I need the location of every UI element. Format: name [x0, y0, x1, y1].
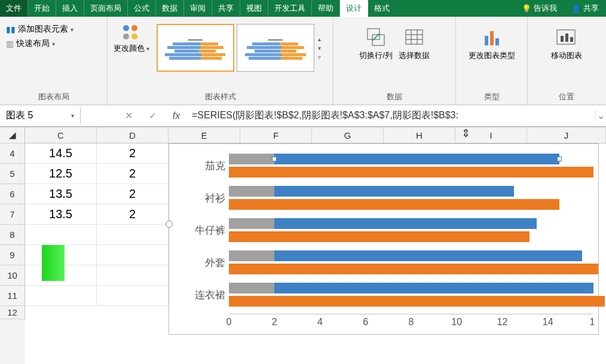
group-location-label: 位置 [528, 90, 605, 105]
x-tick: 1 [590, 317, 595, 328]
tab-design[interactable]: 设计 [340, 0, 368, 17]
tab-help[interactable]: 帮助 [312, 0, 340, 17]
bar-gray[interactable] [229, 250, 274, 261]
fx-button[interactable]: fx [164, 111, 188, 121]
svg-rect-2 [406, 30, 423, 44]
cell[interactable]: 2 [97, 143, 169, 164]
chevron-down-icon: ▾ [145, 45, 149, 52]
select-data-button[interactable]: 选择数据 [399, 22, 430, 61]
cell[interactable] [97, 286, 169, 306]
quick-layout-button[interactable]: ▥ 快速布局 ▾ [6, 38, 74, 49]
style-scroll-down[interactable]: ▾ [318, 45, 321, 51]
col-header[interactable]: F [240, 127, 312, 143]
cell[interactable] [25, 225, 97, 245]
cell[interactable]: 2 [97, 184, 169, 204]
cancel-formula-button[interactable]: ✕ [117, 110, 140, 121]
bar-blue[interactable] [274, 250, 582, 261]
embedded-chart[interactable]: 茄克衬衫牛仔裤外套连衣裙 024681012141 [169, 143, 599, 335]
chevron-down-icon[interactable]: ▾ [71, 112, 74, 119]
row-header[interactable]: 8 [0, 225, 25, 245]
bar-orange[interactable] [229, 199, 559, 210]
cell[interactable]: 12.5 [25, 164, 97, 184]
row-header[interactable]: 6 [0, 184, 25, 204]
cell[interactable] [97, 265, 169, 286]
bar-blue[interactable] [274, 218, 536, 229]
row-header[interactable]: 12 [0, 306, 25, 319]
col-header[interactable]: D [97, 127, 169, 143]
change-chart-type-button[interactable]: 更改图表类型 [469, 22, 515, 61]
bar-blue[interactable] [274, 283, 593, 293]
bar-orange[interactable] [229, 264, 598, 274]
row-header[interactable]: 11 [0, 286, 25, 306]
group-styles-label: 图表样式 [108, 90, 333, 105]
tab-view[interactable]: 视图 [240, 0, 268, 17]
plot-area[interactable]: 茄克衬衫牛仔裤外套连衣裙 [229, 150, 592, 310]
col-header[interactable]: H [384, 127, 455, 143]
cell[interactable]: 13.5 [25, 204, 97, 225]
accept-formula-button[interactable]: ✓ [140, 110, 164, 121]
group-data-label: 数据 [333, 90, 455, 105]
add-chart-element-button[interactable]: ▮▮ 添加图表元素 ▾ [6, 24, 74, 35]
col-header[interactable]: C [25, 127, 97, 143]
select-all-corner[interactable]: ◢ [0, 127, 25, 143]
tab-review[interactable]: 审阅 [184, 0, 212, 17]
chart-style-thumb-1[interactable]: ▬▬▬ [157, 24, 234, 72]
tab-dev[interactable]: 开发工具 [268, 0, 312, 17]
tab-format[interactable]: 格式 [368, 0, 396, 17]
tab-file[interactable]: 文件 [0, 0, 28, 17]
bar-gray[interactable] [229, 154, 274, 164]
bar-orange[interactable] [229, 167, 593, 178]
x-axis: 024681012141 [229, 314, 592, 328]
tab-data[interactable]: 数据 [156, 0, 184, 17]
change-colors-button[interactable]: 更改颜色 ▾ [114, 22, 149, 54]
series-handle[interactable] [272, 157, 277, 161]
row-header[interactable]: 10 [0, 265, 25, 286]
cell[interactable]: 13.5 [25, 184, 97, 204]
col-header[interactable]: I [455, 127, 527, 143]
chart-handle[interactable] [166, 221, 173, 228]
ribbon: ▮▮ 添加图表元素 ▾ ▥ 快速布局 ▾ 图表布局 [0, 17, 606, 105]
bar-orange[interactable] [229, 231, 530, 242]
style-scroll-up[interactable]: ▴ [318, 36, 321, 42]
category-label: 茄克 [180, 159, 225, 173]
category-label: 连衣裙 [180, 288, 225, 302]
bar-gray[interactable] [229, 218, 274, 229]
svg-rect-12 [565, 33, 568, 42]
formula-input[interactable]: =SERIES(阴影图表!$B$2,阴影图表!$A$3:$A$7,阴影图表!$B… [188, 109, 595, 122]
series-handle[interactable] [557, 157, 562, 161]
name-box[interactable]: 图表 5 ▾ [0, 107, 81, 124]
chart-style-thumb-2[interactable]: ▬▬▬ [237, 24, 314, 72]
cell[interactable]: 14.5 [25, 143, 97, 164]
style-gallery-expand[interactable]: ▿ [318, 54, 321, 60]
col-header[interactable]: J [527, 127, 606, 143]
tab-insert[interactable]: 插入 [56, 0, 84, 17]
tab-share[interactable]: 共享 [212, 0, 240, 17]
tab-home[interactable]: 开始 [28, 0, 56, 17]
cell[interactable] [97, 225, 169, 245]
row-header[interactable]: 5 [0, 164, 25, 184]
switch-row-col-button[interactable]: 切换行/列 [359, 22, 393, 61]
tab-pagelayout[interactable]: 页面布局 [84, 0, 128, 17]
move-chart-button[interactable]: 移动图表 [551, 22, 582, 61]
bar-gray[interactable] [229, 283, 274, 293]
bar-blue[interactable] [274, 154, 559, 164]
share-button[interactable]: 👤 共享 [564, 0, 606, 17]
row-header[interactable]: 9 [0, 245, 25, 265]
row-header[interactable]: 7 [0, 204, 25, 225]
cell[interactable]: 2 [97, 204, 169, 225]
bar-gray[interactable] [229, 186, 274, 197]
bar-blue[interactable] [274, 186, 513, 197]
row-header[interactable]: 4 [0, 143, 25, 164]
col-header[interactable]: G [312, 127, 384, 143]
formula-expand[interactable]: ⌄ [595, 110, 606, 121]
cell[interactable] [25, 286, 97, 306]
col-header[interactable]: E [169, 127, 240, 143]
bar-orange[interactable] [229, 296, 605, 307]
tell-me[interactable]: 💡 告诉我 [515, 0, 564, 17]
quick-layout-icon: ▥ [6, 39, 14, 48]
grid-body[interactable]: 14.52 12.52 13.52 13.52 茄克衬衫牛仔裤外套连衣裙 024… [25, 143, 606, 364]
category-label: 牛仔裤 [180, 224, 225, 237]
cell[interactable]: 2 [97, 164, 169, 184]
tab-formulas[interactable]: 公式 [128, 0, 156, 17]
cell[interactable] [97, 245, 169, 265]
